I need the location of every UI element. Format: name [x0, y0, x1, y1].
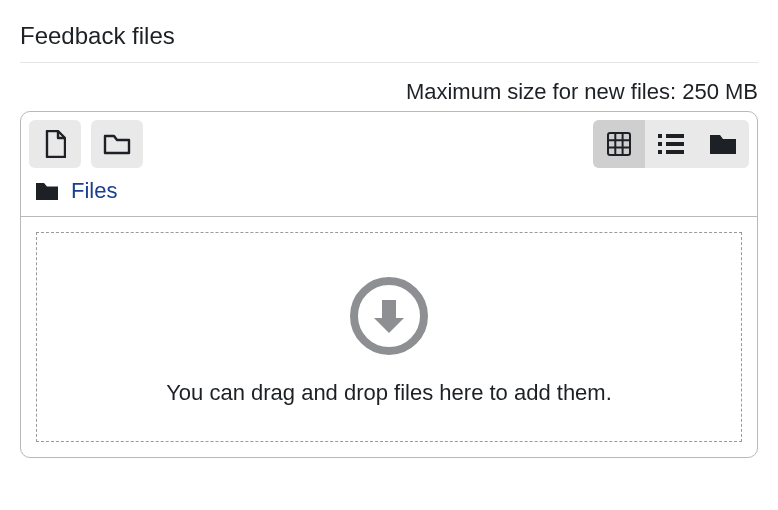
- file-picker: Files You can drag and drop files here t…: [20, 111, 758, 458]
- drop-zone-hint: You can drag and drop files here to add …: [166, 380, 612, 406]
- grid-icon: [607, 132, 631, 156]
- download-circle-icon: [349, 276, 429, 356]
- breadcrumb-root-link[interactable]: Files: [71, 178, 117, 204]
- file-drop-zone[interactable]: You can drag and drop files here to add …: [36, 232, 742, 442]
- view-grid-button[interactable]: [593, 120, 645, 168]
- breadcrumb: Files: [21, 174, 757, 216]
- svg-rect-10: [666, 150, 684, 154]
- folder-solid-icon: [709, 133, 737, 155]
- view-switcher: [593, 120, 749, 168]
- view-list-button[interactable]: [645, 120, 697, 168]
- svg-rect-6: [666, 134, 684, 138]
- drop-zone-wrap: You can drag and drop files here to add …: [21, 217, 757, 457]
- file-picker-toolbar: [21, 112, 757, 174]
- add-folder-button[interactable]: [91, 120, 143, 168]
- svg-rect-0: [608, 133, 630, 155]
- svg-rect-7: [658, 142, 662, 146]
- add-file-button[interactable]: [29, 120, 81, 168]
- max-file-size-label: Maximum size for new files: 250 MB: [20, 79, 758, 105]
- section-title: Feedback files: [20, 22, 758, 63]
- file-icon: [44, 130, 66, 158]
- toolbar-left: [29, 120, 143, 168]
- list-icon: [658, 133, 684, 155]
- svg-rect-5: [658, 134, 662, 138]
- folder-solid-icon: [35, 181, 59, 201]
- svg-rect-8: [666, 142, 684, 146]
- view-tree-button[interactable]: [697, 120, 749, 168]
- folder-outline-icon: [103, 132, 131, 156]
- svg-rect-9: [658, 150, 662, 154]
- svg-rect-12: [382, 300, 396, 320]
